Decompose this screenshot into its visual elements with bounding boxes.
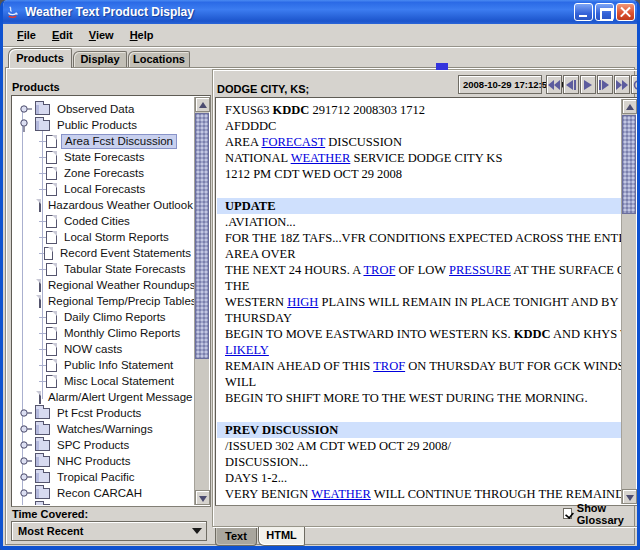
glossary-link[interactable]: TROF <box>373 359 405 373</box>
document-icon <box>46 151 57 164</box>
tree-item-recon-carcah[interactable]: Recon CARCAH <box>13 485 194 501</box>
datetime-dropdown[interactable]: 2008-10-29 17:12:50Z <box>458 75 542 94</box>
text-line: /ISSUED 302 AM CDT WED OCT 29 2008/ <box>217 438 621 454</box>
app-window: Weather Text Product Display FileEditVie… <box>0 0 640 550</box>
tree-collapsed-handle-icon[interactable] <box>19 470 33 484</box>
tree-item-nhc-products[interactable]: NHC Products <box>13 453 194 469</box>
section-header-line: UPDATE <box>217 198 621 214</box>
tab-display[interactable]: Display <box>73 51 127 68</box>
skip-to-start-button[interactable] <box>546 75 562 94</box>
glossary-link[interactable]: PRESSURE <box>449 263 511 277</box>
tree-collapsed-handle-icon[interactable] <box>19 102 33 116</box>
tree-item-label: Daily Climo Reports <box>61 311 169 324</box>
folder-icon <box>35 488 50 499</box>
folder-icon <box>35 120 50 131</box>
tree-item-label: Local Storm Reports <box>61 231 172 244</box>
text-line: DAYS 1-2... <box>217 470 621 486</box>
tree-item-area-fcst-discussion[interactable]: Area Fcst Discussion <box>13 133 194 149</box>
text-line: THE WEEK. <box>217 502 621 504</box>
tree-collapsed-handle-icon[interactable] <box>19 454 33 468</box>
tree-item-tabular-state-forecasts[interactable]: Tabular State Forecasts <box>13 261 194 277</box>
tree-item-now-casts[interactable]: NOW casts <box>13 341 194 357</box>
tree-item-local-storm-reports[interactable]: Local Storm Reports <box>13 229 194 245</box>
tree-branch-line <box>39 365 46 366</box>
menu-file[interactable]: File <box>9 26 44 44</box>
show-glossary-checkbox[interactable] <box>563 508 572 519</box>
close-button[interactable] <box>616 3 635 21</box>
tree-item-regional-temp-precip-tables[interactable]: Regional Temp/Precip Tables <box>13 293 194 309</box>
skip-to-end-button[interactable] <box>614 75 630 94</box>
tree-branch-line <box>39 141 46 142</box>
down-arrow-icon <box>199 496 207 502</box>
doc-scroll-up-button[interactable] <box>622 99 637 114</box>
glossary-link[interactable]: FORECAST <box>261 135 325 149</box>
tree-scrollbar-thumb[interactable] <box>195 113 209 359</box>
tree-branch-line <box>39 269 46 270</box>
tree-item-daily-climo-reports[interactable]: Daily Climo Reports <box>13 309 194 325</box>
tree-item-hazardous-weather-outlook[interactable]: Hazardous Weather Outlook <box>13 197 194 213</box>
play-button[interactable] <box>580 75 596 94</box>
tree-scrollbar[interactable] <box>194 97 209 505</box>
tree-expanded-handle-icon[interactable] <box>19 118 33 132</box>
tree-item-local-forecasts[interactable]: Local Forecasts <box>13 181 194 197</box>
tree-scroll-up-button[interactable] <box>195 97 210 112</box>
tree-item-tropical-pacific[interactable]: Tropical Pacific <box>13 469 194 485</box>
tab-products[interactable]: Products <box>8 48 72 68</box>
tree-item-misc-local-statement[interactable]: Misc Local Statement <box>13 373 194 389</box>
document-icon <box>44 247 53 260</box>
tree-item-label: Monthly Climo Reports <box>61 327 183 340</box>
document-icon <box>46 343 57 356</box>
show-glossary-control[interactable]: Show Glossary <box>563 506 637 521</box>
glossary-link[interactable]: LIKELY <box>225 343 269 357</box>
time-covered-label: Time Covered: <box>12 508 88 520</box>
tree-item-pt-fcst-products[interactable]: Pt Fcst Products <box>13 405 194 421</box>
loop-button[interactable] <box>631 75 640 94</box>
products-tree-panel: Observed DataPublic ProductsArea Fcst Di… <box>11 95 211 507</box>
tree-item-regional-weather-roundups[interactable]: Regional Weather Roundups <box>13 277 194 293</box>
step-back-button[interactable] <box>563 75 579 94</box>
products-tree-header: Products <box>12 81 60 93</box>
menu-help[interactable]: Help <box>122 26 162 44</box>
tree-item-flash-flood[interactable]: Flash Flood <box>13 501 194 505</box>
tree-item-alarm-alert-urgent-message[interactable]: Alarm/Alert Urgent Message <box>13 389 194 405</box>
text-line: LIKELY <box>217 342 621 358</box>
maximize-button[interactable] <box>595 3 614 21</box>
text-line: THE NEXT 24 HOURS. A TROF OF LOW PRESSUR… <box>217 262 621 278</box>
step-forward-button[interactable] <box>597 75 613 94</box>
up-arrow-icon <box>626 104 634 110</box>
tree-collapsed-handle-icon[interactable] <box>19 486 33 500</box>
tree-branch-line <box>39 381 46 382</box>
glossary-link[interactable]: TROF <box>363 263 395 277</box>
tab-locations[interactable]: Locations <box>128 51 190 68</box>
tree-item-watches-warnings[interactable]: Watches/Warnings <box>13 421 194 437</box>
tree-item-zone-forecasts[interactable]: Zone Forecasts <box>13 165 194 181</box>
glossary-link[interactable]: HIGH <box>287 295 318 309</box>
document-scrollbar-thumb[interactable] <box>622 115 636 214</box>
tree-item-coded-cities[interactable]: Coded Cities <box>13 213 194 229</box>
time-covered-dropdown[interactable]: Most Recent <box>11 521 207 541</box>
document-scrollbar[interactable] <box>621 99 636 504</box>
view-tab-text[interactable]: Text <box>215 528 257 546</box>
document-icon <box>39 391 41 404</box>
glossary-link[interactable]: WEATHER <box>311 487 371 501</box>
menu-edit[interactable]: Edit <box>44 26 81 44</box>
tree-item-observed-data[interactable]: Observed Data <box>13 101 194 117</box>
tree-item-monthly-climo-reports[interactable]: Monthly Climo Reports <box>13 325 194 341</box>
minimize-button[interactable] <box>574 3 593 21</box>
tree-collapsed-handle-icon[interactable] <box>19 502 33 505</box>
tree-branch-line <box>39 333 46 334</box>
tree-item-state-forecasts[interactable]: State Forecasts <box>13 149 194 165</box>
tree-scroll-down-button[interactable] <box>195 490 210 505</box>
tree-collapsed-handle-icon[interactable] <box>19 406 33 420</box>
tree-item-public-info-statement[interactable]: Public Info Statement <box>13 357 194 373</box>
tree-item-spc-products[interactable]: SPC Products <box>13 437 194 453</box>
glossary-link[interactable]: WEATHER <box>291 151 351 165</box>
show-glossary-label: Show Glossary <box>577 502 637 526</box>
tree-item-record-event-statements[interactable]: Record Event Statements <box>13 245 194 261</box>
tree-item-public-products[interactable]: Public Products <box>13 117 194 133</box>
tree-collapsed-handle-icon[interactable] <box>19 438 33 452</box>
menu-view[interactable]: View <box>81 26 122 44</box>
document-icon <box>46 359 57 372</box>
tree-collapsed-handle-icon[interactable] <box>19 422 33 436</box>
view-tab-html[interactable]: HTML <box>258 527 305 546</box>
